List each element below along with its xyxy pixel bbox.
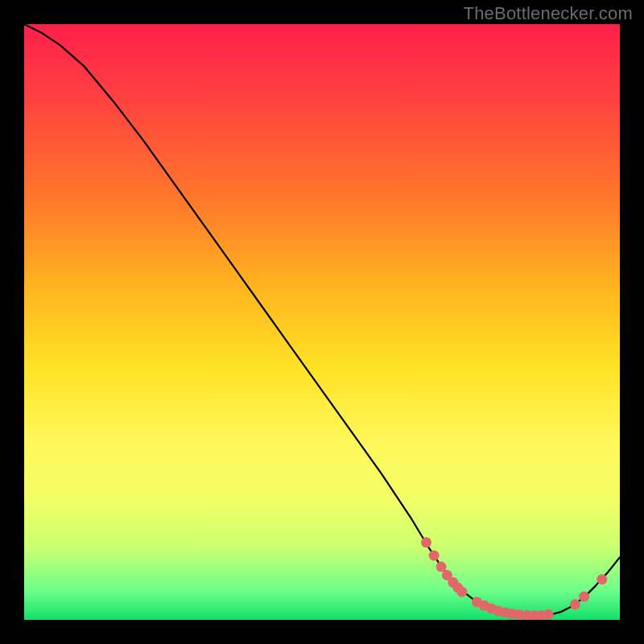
curve-marker — [436, 562, 447, 572]
attribution-text: TheBottlenecker.com — [464, 3, 633, 24]
plot-area — [24, 24, 620, 620]
curve-marker — [543, 609, 554, 620]
curve-marker — [579, 592, 589, 602]
chart-frame: TheBottlenecker.com — [0, 0, 644, 644]
curve-marker — [570, 599, 580, 609]
curve-marker — [597, 574, 607, 584]
bottleneck-curve — [24, 24, 620, 617]
curve-marker — [421, 537, 431, 547]
curve-marker — [456, 587, 467, 597]
curve-marker — [429, 551, 440, 561]
curve-markers — [421, 537, 607, 620]
curve-svg — [24, 24, 620, 620]
